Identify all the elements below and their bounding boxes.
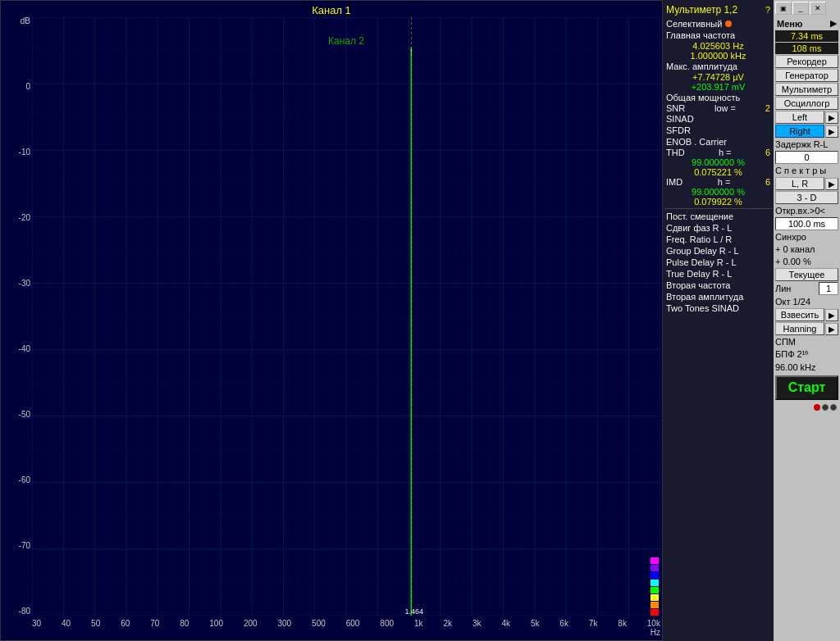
spectra-label: С п е к т р ы bbox=[775, 165, 826, 176]
led-off-2 bbox=[830, 404, 837, 411]
oct-row: Окт 1/24 bbox=[775, 296, 838, 307]
x-60: 60 bbox=[121, 619, 130, 628]
menu-label: Меню bbox=[777, 19, 802, 29]
pulse-delay-label: Pulse Delay R - L bbox=[664, 257, 772, 268]
x-100: 100 bbox=[209, 619, 223, 628]
thd-val2: 0.075221 % bbox=[664, 167, 772, 177]
x-80: 80 bbox=[180, 619, 189, 628]
menu-arrow: ▶ bbox=[830, 18, 837, 29]
snr-value: low = bbox=[714, 103, 736, 113]
x-axis: 30 40 50 60 70 80 100 200 300 500 600 80… bbox=[32, 616, 660, 640]
y-label-20: -20 bbox=[2, 214, 30, 222]
sample-rate-label: 96.00 kHz bbox=[775, 361, 838, 373]
help-button[interactable]: ? bbox=[765, 5, 770, 15]
y-label-30: -30 bbox=[2, 280, 30, 288]
percent-row: + 0.00 % bbox=[775, 256, 838, 267]
spectrum-canvas[interactable] bbox=[32, 17, 660, 616]
right-row: Right ▶ bbox=[775, 125, 838, 138]
selective-row: Селективный bbox=[664, 18, 772, 30]
generator-button[interactable]: Генератор bbox=[775, 69, 838, 82]
snr-num: 2 bbox=[765, 103, 770, 113]
channel-row: + 0 канал bbox=[775, 243, 838, 255]
freq-khz-value: 1.000000 kHz bbox=[664, 51, 772, 61]
max-amp-label: Макс. амплитуда bbox=[664, 61, 772, 72]
amp-mv-value: +203.917 mV bbox=[664, 82, 772, 92]
multimeter-button[interactable]: Мультиметр bbox=[775, 83, 838, 96]
measurements-panel: Мультиметр 1,2 ? Селективный Главная час… bbox=[663, 0, 774, 641]
lr-button[interactable]: L, R bbox=[775, 177, 824, 190]
y-label-80: -80 bbox=[2, 607, 30, 616]
right-panel: Мультиметр 1,2 ? Селективный Главная час… bbox=[663, 0, 840, 641]
three-d-button[interactable]: 3 - D bbox=[775, 191, 838, 204]
x-50: 50 bbox=[91, 619, 100, 628]
lin-label: Лин bbox=[775, 283, 791, 294]
imd-h-num: 6 bbox=[765, 177, 770, 187]
channel2-title: Канал 2 bbox=[328, 35, 364, 47]
y-label-10: -10 bbox=[2, 148, 30, 157]
x-8k: 8k bbox=[618, 619, 627, 628]
icon-btn-1[interactable]: ▣ bbox=[775, 2, 792, 15]
second-amp-label: Вторая амплитуда bbox=[664, 291, 772, 302]
lr-row: L, R ▶ bbox=[775, 177, 838, 190]
selective-indicator bbox=[725, 20, 732, 27]
imd-val2: 0.079922 % bbox=[664, 197, 772, 207]
thd-h: h = bbox=[719, 148, 732, 157]
recorder-button[interactable]: Рекордер bbox=[775, 55, 838, 68]
thd-val1: 99.000000 % bbox=[664, 157, 772, 167]
minimize-button[interactable]: _ bbox=[792, 2, 809, 15]
phase-shift-label: Сдвиг фаз R - L bbox=[664, 222, 772, 234]
left-button[interactable]: Left bbox=[775, 111, 824, 124]
freq-ratio-label: Freq. Ratio L / R bbox=[664, 234, 772, 245]
imd-h: h = bbox=[718, 177, 731, 187]
delay-value: 0 bbox=[775, 151, 838, 164]
y-label-50: -50 bbox=[2, 411, 30, 419]
x-40: 40 bbox=[62, 619, 71, 628]
hanning-button[interactable]: Hanning bbox=[775, 322, 824, 335]
snr-label: SNR bbox=[666, 103, 685, 113]
y-label-40: -40 bbox=[2, 345, 30, 353]
imd-val1: 99.000000 % bbox=[664, 187, 772, 197]
right-arrow-btn[interactable]: ▶ bbox=[825, 125, 838, 138]
left-arrow-btn[interactable]: ▶ bbox=[825, 111, 838, 124]
y-label-0: 0 bbox=[2, 83, 30, 91]
start-button[interactable]: Старт bbox=[775, 375, 838, 400]
imd-label: IMD bbox=[666, 177, 682, 187]
right-button[interactable]: Right bbox=[775, 125, 824, 138]
open-value: 100.0 ms bbox=[775, 217, 838, 230]
led-off-1 bbox=[822, 404, 829, 411]
hanning-arrow[interactable]: ▶ bbox=[825, 323, 838, 335]
spectra-row: С п е к т р ы bbox=[775, 165, 838, 176]
second-freq-label: Вторая частота bbox=[664, 280, 772, 291]
lr-arrow[interactable]: ▶ bbox=[825, 178, 838, 190]
x-1k: 1k bbox=[414, 619, 423, 628]
dc-offset-label: Пост. смещение bbox=[664, 211, 772, 222]
group-delay-label: Group Delay R - L bbox=[664, 245, 772, 257]
fft-label: БПФ 2¹⁶ bbox=[775, 348, 808, 361]
imd-row: IMD h = 6 bbox=[664, 177, 772, 187]
x-7k: 7k bbox=[589, 619, 598, 628]
snr-row: SNR low = 2 bbox=[664, 103, 772, 113]
led-red bbox=[814, 404, 820, 411]
x-500: 500 bbox=[312, 619, 326, 628]
weigh-button[interactable]: Взвесить bbox=[775, 308, 824, 321]
controls-panel: ▣ _ ✕ Меню ▶ 7.34 ms 108 ms Рекордер Ген… bbox=[774, 0, 840, 641]
sync-label: Синхро bbox=[775, 231, 838, 243]
selective-label: Селективный bbox=[666, 19, 722, 29]
y-label-60: -60 bbox=[2, 476, 30, 484]
thd-h-num: 6 bbox=[765, 148, 770, 157]
enob-label: ENOB . Carrier bbox=[664, 136, 772, 148]
amp-uv-value: +7.74728 µV bbox=[664, 72, 772, 82]
x-6k: 6k bbox=[559, 619, 568, 628]
fft-row: БПФ 2¹⁶ bbox=[775, 348, 838, 361]
thd-row: THD h = 6 bbox=[664, 148, 772, 157]
oscilloscope-button[interactable]: Осциллогр bbox=[775, 97, 838, 110]
y-label-db: dB bbox=[2, 17, 30, 25]
time1-value: 7.34 ms bbox=[775, 30, 838, 42]
close-button[interactable]: ✕ bbox=[810, 2, 826, 15]
delay-label: Задержк R-L bbox=[775, 139, 838, 150]
weigh-arrow[interactable]: ▶ bbox=[825, 309, 838, 321]
channel1-title: Канал 1 bbox=[1, 1, 662, 18]
current-button[interactable]: Текущее bbox=[775, 268, 838, 281]
x-2k: 2k bbox=[443, 619, 452, 628]
freq-hz-value: 4.025603 Hz bbox=[664, 41, 772, 51]
